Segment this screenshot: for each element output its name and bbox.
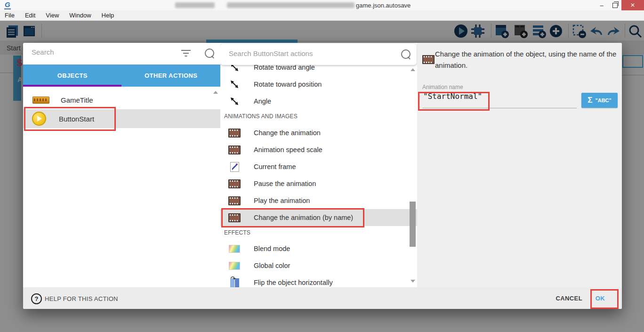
active-tab-underline bbox=[23, 85, 121, 87]
palette-icon bbox=[228, 262, 241, 270]
object-search-bar bbox=[23, 43, 220, 65]
gdevelop-logo-icon: G bbox=[4, 1, 11, 9]
search-icon[interactable] bbox=[401, 49, 411, 59]
scrollbar-up-arrow[interactable] bbox=[213, 91, 218, 94]
action-row[interactable]: Animation speed scale bbox=[220, 141, 417, 158]
film-icon bbox=[228, 196, 241, 205]
input-underline bbox=[422, 108, 577, 108]
menu-edit[interactable]: Edit bbox=[25, 12, 35, 19]
rotate-arrow-icon bbox=[228, 80, 241, 89]
actions-search-input[interactable] bbox=[228, 49, 385, 58]
expression-button-label: "ABC" bbox=[595, 97, 611, 103]
close-button[interactable]: ✕ bbox=[621, 0, 644, 10]
tab-other-actions[interactable]: OTHER ACTIONS bbox=[122, 65, 221, 87]
film-icon bbox=[228, 179, 241, 188]
app-window: G game.json.autosave – ✕ File Edit View … bbox=[0, 0, 644, 332]
palette-icon bbox=[228, 245, 241, 253]
menu-bar: File Edit View Window Help bbox=[0, 10, 644, 21]
action-row-selected[interactable]: Change the animation (by name) bbox=[220, 209, 417, 226]
sigma-icon: Σ bbox=[588, 96, 592, 105]
expression-editor-button[interactable]: Σ "ABC" bbox=[581, 93, 618, 108]
action-label: Global color bbox=[254, 262, 290, 269]
action-row[interactable]: Play the animation bbox=[220, 192, 417, 209]
object-row-gametitle[interactable]: GameTitle bbox=[23, 90, 220, 109]
menu-file[interactable]: File bbox=[5, 12, 15, 19]
action-label: Rotate toward position bbox=[254, 81, 322, 88]
object-label: GameTitle bbox=[61, 96, 93, 104]
menu-window[interactable]: Window bbox=[69, 12, 91, 19]
action-parameters-panel: Change the animation of the object, usin… bbox=[417, 43, 622, 287]
action-row[interactable]: Change the animation bbox=[220, 124, 417, 141]
film-icon bbox=[228, 146, 241, 154]
title-bar: G game.json.autosave – ✕ bbox=[0, 0, 644, 10]
current-frame-icon bbox=[228, 162, 241, 172]
animation-name-label: Animation name bbox=[422, 84, 463, 90]
film-icon bbox=[228, 129, 241, 138]
action-label: Change the animation (by name) bbox=[254, 214, 353, 221]
help-icon[interactable]: ? bbox=[31, 293, 42, 304]
scrollbar-thumb[interactable] bbox=[410, 202, 416, 247]
redacted-path-segment bbox=[175, 2, 215, 8]
action-editor-dialog: OBJECTS OTHER ACTIONS GameTitle ButtonSt… bbox=[23, 43, 622, 309]
action-label: Pause the animation bbox=[254, 180, 316, 187]
animation-name-input[interactable] bbox=[422, 91, 580, 101]
film-icon bbox=[228, 213, 241, 222]
action-row[interactable]: Global color bbox=[220, 257, 417, 274]
gametitle-thumbnail-icon bbox=[32, 97, 49, 104]
action-label: Current frame bbox=[254, 163, 296, 170]
object-row-buttonstart[interactable]: ButtonStart bbox=[23, 109, 220, 128]
restore-icon bbox=[612, 3, 618, 8]
object-search-input[interactable] bbox=[31, 48, 174, 57]
cancel-button[interactable]: CANCEL bbox=[555, 295, 582, 302]
action-row[interactable]: Angle bbox=[220, 93, 417, 110]
window-title: game.json.autosave bbox=[356, 2, 411, 9]
search-icon[interactable] bbox=[205, 49, 214, 58]
restore-button[interactable] bbox=[609, 0, 620, 10]
rotate-arrow-icon bbox=[228, 97, 241, 106]
action-label: Angle bbox=[254, 97, 271, 105]
action-row[interactable]: Current frame bbox=[220, 158, 417, 175]
buttonstart-thumbnail-icon bbox=[32, 112, 46, 126]
minimize-button[interactable]: – bbox=[596, 0, 607, 10]
tab-objects[interactable]: OBJECTS bbox=[23, 65, 122, 87]
section-header-effects: EFFECTS bbox=[224, 226, 412, 239]
action-label: Play the animation bbox=[254, 197, 310, 204]
action-label: Change the animation bbox=[254, 129, 321, 137]
actions-list-panel: Rotate toward angle Rotate toward positi… bbox=[220, 43, 417, 287]
scrollbar-down-arrow[interactable] bbox=[411, 280, 415, 283]
filter-icon[interactable] bbox=[181, 49, 191, 57]
ok-button[interactable]: OK bbox=[596, 295, 605, 302]
object-tabs: OBJECTS OTHER ACTIONS bbox=[23, 65, 220, 87]
action-row[interactable]: Blend mode bbox=[220, 240, 417, 257]
object-label: ButtonStart bbox=[59, 115, 94, 123]
film-icon bbox=[422, 55, 435, 64]
redacted-path-segment bbox=[227, 2, 354, 8]
flip-horizontal-icon bbox=[228, 278, 241, 287]
action-label: Animation speed scale bbox=[254, 146, 322, 154]
scrollbar-up-arrow[interactable] bbox=[411, 68, 415, 71]
action-description: Change the animation of the object, usin… bbox=[435, 49, 620, 71]
section-header-animations: ANIMATIONS AND IMAGES bbox=[224, 110, 412, 123]
dialog-footer: ? HELP FOR THIS ACTION CANCEL OK bbox=[23, 287, 622, 309]
actions-search-bar bbox=[220, 44, 417, 65]
action-row[interactable]: Rotate toward position bbox=[220, 76, 417, 93]
action-label: Flip the object horizontally bbox=[254, 279, 333, 286]
help-link[interactable]: HELP FOR THIS ACTION bbox=[45, 295, 118, 302]
action-label: Blend mode bbox=[254, 245, 290, 252]
menu-help[interactable]: Help bbox=[102, 12, 114, 19]
object-chooser-panel: OBJECTS OTHER ACTIONS GameTitle ButtonSt… bbox=[23, 43, 220, 287]
action-row[interactable]: Pause the animation bbox=[220, 175, 417, 192]
action-row[interactable]: Flip the object horizontally bbox=[220, 274, 417, 287]
menu-view[interactable]: View bbox=[46, 12, 59, 19]
